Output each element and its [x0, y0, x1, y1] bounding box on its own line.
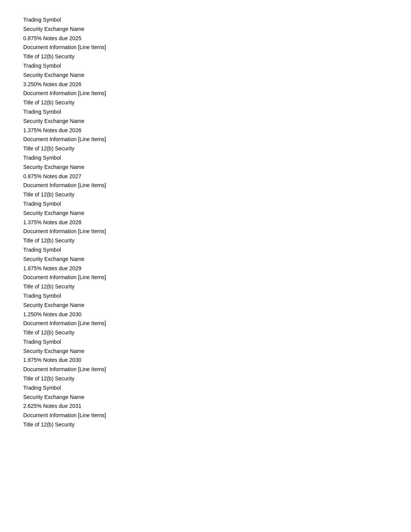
list-item: 1.250% Notes due 2030 — [23, 310, 388, 319]
list-item: Title of 12(b) Security — [23, 282, 388, 292]
list-item: Title of 12(b) Security — [23, 236, 388, 246]
list-item: 0.875% Notes due 2025 — [23, 34, 388, 43]
list-item: Document Information [Line Items] — [23, 273, 388, 282]
list-item: Trading Symbol — [23, 61, 388, 71]
list-item: 1.875% Notes due 2029 — [23, 264, 388, 273]
list-item: 3.250% Notes due 2026 — [23, 80, 388, 89]
list-item: Security Exchange Name — [23, 347, 388, 356]
content-list: Trading SymbolSecurity Exchange Name0.87… — [23, 15, 388, 430]
list-item: Title of 12(b) Security — [23, 328, 388, 338]
list-item: Document Information [Line Items] — [23, 89, 388, 98]
list-item: Trading Symbol — [23, 292, 388, 301]
list-item: Security Exchange Name — [23, 393, 388, 402]
list-item: Document Information [Line Items] — [23, 365, 388, 374]
list-item: Title of 12(b) Security — [23, 374, 388, 384]
list-item: Trading Symbol — [23, 384, 388, 393]
list-item: Document Information [Line Items] — [23, 319, 388, 328]
list-item: Security Exchange Name — [23, 255, 388, 264]
list-item: Title of 12(b) Security — [23, 52, 388, 61]
list-item: 0.875% Notes due 2027 — [23, 172, 388, 181]
list-item: Trading Symbol — [23, 200, 388, 209]
list-item: Security Exchange Name — [23, 117, 388, 126]
list-item: Document Information [Line Items] — [23, 43, 388, 52]
list-item: Security Exchange Name — [23, 25, 388, 34]
list-item: Trading Symbol — [23, 107, 388, 117]
list-item: Security Exchange Name — [23, 71, 388, 80]
list-item: 1.375% Notes due 2026 — [23, 126, 388, 135]
list-item: Trading Symbol — [23, 338, 388, 347]
list-item: Trading Symbol — [23, 246, 388, 255]
list-item: 1.375% Notes due 2028 — [23, 218, 388, 227]
list-item: Document Information [Line Items] — [23, 181, 388, 190]
list-item: Document Information [Line Items] — [23, 411, 388, 420]
list-item: Security Exchange Name — [23, 209, 388, 218]
list-item: Title of 12(b) Security — [23, 98, 388, 107]
list-item: 1.875% Notes due 2030 — [23, 356, 388, 365]
list-item: Trading Symbol — [23, 15, 388, 25]
list-item: Title of 12(b) Security — [23, 420, 388, 430]
list-item: Trading Symbol — [23, 153, 388, 163]
list-item: Security Exchange Name — [23, 301, 388, 310]
list-item: Security Exchange Name — [23, 163, 388, 172]
list-item: 2.625% Notes due 2031 — [23, 402, 388, 411]
list-item: Title of 12(b) Security — [23, 190, 388, 200]
list-item: Document Information [Line Items] — [23, 135, 388, 144]
list-item: Title of 12(b) Security — [23, 144, 388, 153]
list-item: Document Information [Line Items] — [23, 227, 388, 236]
